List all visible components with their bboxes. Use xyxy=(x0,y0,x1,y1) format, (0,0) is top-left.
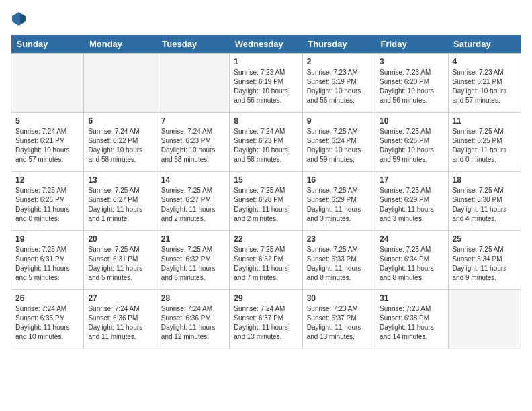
calendar-cell: 28Sunrise: 7:24 AM Sunset: 6:36 PM Dayli… xyxy=(157,290,229,349)
page-header xyxy=(11,11,521,27)
day-info: Sunrise: 7:23 AM Sunset: 6:37 PM Dayligh… xyxy=(307,304,371,342)
day-number: 1 xyxy=(234,57,298,66)
day-header-thursday: Thursday xyxy=(302,35,375,54)
day-info: Sunrise: 7:24 AM Sunset: 6:36 PM Dayligh… xyxy=(88,304,152,342)
calendar-cell: 5Sunrise: 7:24 AM Sunset: 6:21 PM Daylig… xyxy=(11,113,84,172)
day-info: Sunrise: 7:25 AM Sunset: 6:27 PM Dayligh… xyxy=(88,186,152,224)
day-info: Sunrise: 7:25 AM Sunset: 6:24 PM Dayligh… xyxy=(307,127,371,165)
day-header-tuesday: Tuesday xyxy=(157,35,229,54)
day-info: Sunrise: 7:25 AM Sunset: 6:31 PM Dayligh… xyxy=(88,245,152,283)
day-header-sunday: Sunday xyxy=(11,35,84,54)
week-row-2: 5Sunrise: 7:24 AM Sunset: 6:21 PM Daylig… xyxy=(11,113,521,172)
day-number: 8 xyxy=(234,116,298,126)
calendar-cell xyxy=(11,54,84,113)
calendar-cell: 13Sunrise: 7:25 AM Sunset: 6:27 PM Dayli… xyxy=(84,172,157,231)
day-info: Sunrise: 7:24 AM Sunset: 6:35 PM Dayligh… xyxy=(15,304,79,342)
day-info: Sunrise: 7:25 AM Sunset: 6:34 PM Dayligh… xyxy=(453,245,517,283)
day-info: Sunrise: 7:25 AM Sunset: 6:25 PM Dayligh… xyxy=(453,127,517,165)
day-number: 4 xyxy=(453,57,517,66)
calendar-cell: 21Sunrise: 7:25 AM Sunset: 6:32 PM Dayli… xyxy=(157,231,229,290)
day-number: 10 xyxy=(380,116,443,126)
day-number: 5 xyxy=(15,116,79,126)
logo xyxy=(11,11,30,27)
week-row-1: 1Sunrise: 7:23 AM Sunset: 6:19 PM Daylig… xyxy=(11,54,521,113)
day-number: 7 xyxy=(161,116,225,126)
calendar-cell: 10Sunrise: 7:25 AM Sunset: 6:25 PM Dayli… xyxy=(375,113,448,172)
calendar-cell: 26Sunrise: 7:24 AM Sunset: 6:35 PM Dayli… xyxy=(11,290,84,349)
calendar-cell xyxy=(157,54,229,113)
day-info: Sunrise: 7:24 AM Sunset: 6:37 PM Dayligh… xyxy=(234,304,298,342)
day-number: 12 xyxy=(15,175,79,185)
day-number: 18 xyxy=(453,175,517,185)
calendar-cell: 7Sunrise: 7:24 AM Sunset: 6:23 PM Daylig… xyxy=(157,113,229,172)
week-row-4: 19Sunrise: 7:25 AM Sunset: 6:31 PM Dayli… xyxy=(11,231,521,290)
day-number: 19 xyxy=(15,234,79,244)
day-header-friday: Friday xyxy=(375,35,448,54)
calendar-cell: 27Sunrise: 7:24 AM Sunset: 6:36 PM Dayli… xyxy=(84,290,157,349)
day-number: 6 xyxy=(88,116,152,126)
calendar-cell: 19Sunrise: 7:25 AM Sunset: 6:31 PM Dayli… xyxy=(11,231,84,290)
day-info: Sunrise: 7:25 AM Sunset: 6:32 PM Dayligh… xyxy=(161,245,225,283)
day-number: 16 xyxy=(307,175,371,185)
calendar-cell xyxy=(448,290,521,349)
calendar-cell: 25Sunrise: 7:25 AM Sunset: 6:34 PM Dayli… xyxy=(448,231,521,290)
calendar-cell: 6Sunrise: 7:24 AM Sunset: 6:22 PM Daylig… xyxy=(84,113,157,172)
calendar-cell: 14Sunrise: 7:25 AM Sunset: 6:27 PM Dayli… xyxy=(157,172,229,231)
day-number: 28 xyxy=(161,293,225,303)
day-number: 26 xyxy=(15,293,79,303)
calendar-cell: 8Sunrise: 7:24 AM Sunset: 6:23 PM Daylig… xyxy=(230,113,302,172)
day-header-saturday: Saturday xyxy=(448,35,521,54)
day-info: Sunrise: 7:24 AM Sunset: 6:23 PM Dayligh… xyxy=(161,127,225,165)
day-info: Sunrise: 7:24 AM Sunset: 6:22 PM Dayligh… xyxy=(88,127,152,165)
calendar-cell: 4Sunrise: 7:23 AM Sunset: 6:21 PM Daylig… xyxy=(448,54,521,113)
day-number: 11 xyxy=(453,116,517,126)
day-info: Sunrise: 7:25 AM Sunset: 6:26 PM Dayligh… xyxy=(15,186,79,224)
day-info: Sunrise: 7:24 AM Sunset: 6:23 PM Dayligh… xyxy=(234,127,298,165)
calendar-cell: 12Sunrise: 7:25 AM Sunset: 6:26 PM Dayli… xyxy=(11,172,84,231)
day-header-row: SundayMondayTuesdayWednesdayThursdayFrid… xyxy=(11,35,521,54)
calendar-cell: 20Sunrise: 7:25 AM Sunset: 6:31 PM Dayli… xyxy=(84,231,157,290)
day-info: Sunrise: 7:25 AM Sunset: 6:32 PM Dayligh… xyxy=(234,245,298,283)
day-info: Sunrise: 7:25 AM Sunset: 6:25 PM Dayligh… xyxy=(380,127,443,165)
day-number: 22 xyxy=(234,234,298,244)
calendar-cell: 1Sunrise: 7:23 AM Sunset: 6:19 PM Daylig… xyxy=(230,54,302,113)
day-info: Sunrise: 7:25 AM Sunset: 6:29 PM Dayligh… xyxy=(307,186,371,224)
calendar-cell: 9Sunrise: 7:25 AM Sunset: 6:24 PM Daylig… xyxy=(302,113,375,172)
day-number: 23 xyxy=(307,234,371,244)
calendar-cell: 24Sunrise: 7:25 AM Sunset: 6:34 PM Dayli… xyxy=(375,231,448,290)
day-info: Sunrise: 7:25 AM Sunset: 6:30 PM Dayligh… xyxy=(453,186,517,224)
calendar-cell: 30Sunrise: 7:23 AM Sunset: 6:37 PM Dayli… xyxy=(302,290,375,349)
day-number: 31 xyxy=(380,293,443,303)
day-info: Sunrise: 7:25 AM Sunset: 6:31 PM Dayligh… xyxy=(15,245,79,283)
week-row-3: 12Sunrise: 7:25 AM Sunset: 6:26 PM Dayli… xyxy=(11,172,521,231)
day-header-wednesday: Wednesday xyxy=(230,35,302,54)
day-number: 27 xyxy=(88,293,152,303)
calendar-cell: 3Sunrise: 7:23 AM Sunset: 6:20 PM Daylig… xyxy=(375,54,448,113)
calendar-cell: 16Sunrise: 7:25 AM Sunset: 6:29 PM Dayli… xyxy=(302,172,375,231)
day-info: Sunrise: 7:25 AM Sunset: 6:33 PM Dayligh… xyxy=(307,245,371,283)
day-info: Sunrise: 7:25 AM Sunset: 6:28 PM Dayligh… xyxy=(234,186,298,224)
day-number: 29 xyxy=(234,293,298,303)
calendar-cell: 2Sunrise: 7:23 AM Sunset: 6:19 PM Daylig… xyxy=(302,54,375,113)
day-info: Sunrise: 7:23 AM Sunset: 6:21 PM Dayligh… xyxy=(453,68,517,105)
day-number: 15 xyxy=(234,175,298,185)
calendar-cell: 22Sunrise: 7:25 AM Sunset: 6:32 PM Dayli… xyxy=(230,231,302,290)
calendar-cell xyxy=(84,54,157,113)
day-number: 9 xyxy=(307,116,371,126)
calendar-cell: 23Sunrise: 7:25 AM Sunset: 6:33 PM Dayli… xyxy=(302,231,375,290)
calendar-cell: 31Sunrise: 7:23 AM Sunset: 6:38 PM Dayli… xyxy=(375,290,448,349)
day-number: 25 xyxy=(453,234,517,244)
day-info: Sunrise: 7:25 AM Sunset: 6:29 PM Dayligh… xyxy=(380,186,443,224)
day-number: 20 xyxy=(88,234,152,244)
day-info: Sunrise: 7:23 AM Sunset: 6:19 PM Dayligh… xyxy=(307,68,371,105)
day-info: Sunrise: 7:25 AM Sunset: 6:34 PM Dayligh… xyxy=(380,245,443,283)
day-info: Sunrise: 7:23 AM Sunset: 6:20 PM Dayligh… xyxy=(380,68,443,105)
day-number: 13 xyxy=(88,175,152,185)
day-info: Sunrise: 7:23 AM Sunset: 6:19 PM Dayligh… xyxy=(234,68,298,105)
day-info: Sunrise: 7:25 AM Sunset: 6:27 PM Dayligh… xyxy=(161,186,225,224)
calendar-cell: 29Sunrise: 7:24 AM Sunset: 6:37 PM Dayli… xyxy=(230,290,302,349)
week-row-5: 26Sunrise: 7:24 AM Sunset: 6:35 PM Dayli… xyxy=(11,290,521,349)
calendar-cell: 15Sunrise: 7:25 AM Sunset: 6:28 PM Dayli… xyxy=(230,172,302,231)
calendar-cell: 18Sunrise: 7:25 AM Sunset: 6:30 PM Dayli… xyxy=(448,172,521,231)
day-number: 2 xyxy=(307,57,371,66)
